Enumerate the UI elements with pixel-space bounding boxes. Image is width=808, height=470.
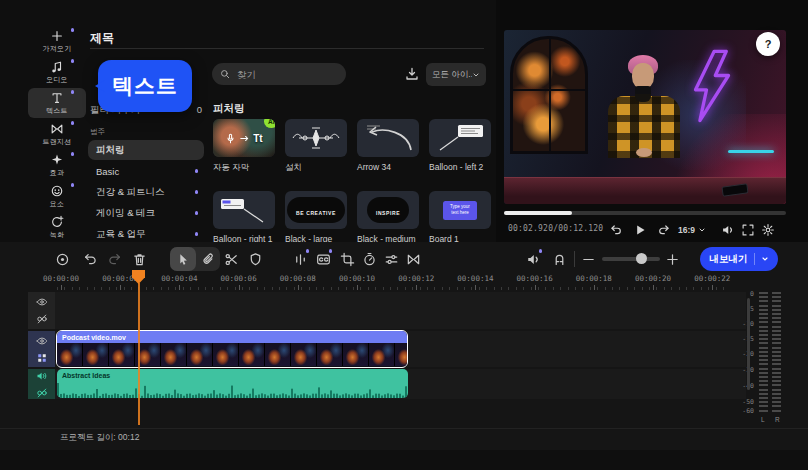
sidebar-item-label: 녹화	[50, 230, 64, 240]
undo-icon[interactable]	[80, 249, 100, 269]
search-bar[interactable]	[212, 63, 346, 85]
presenter-hands	[636, 148, 652, 157]
transition-icon[interactable]	[403, 249, 423, 269]
eye-icon[interactable]	[36, 335, 48, 347]
sidebar-item-effects[interactable]: 효과	[28, 150, 86, 180]
effects-grid-icon[interactable]	[36, 352, 48, 364]
sidebar-item-label: 오디오	[46, 75, 68, 85]
template-card[interactable]: Balloon - left 2	[429, 119, 491, 174]
zoom-slider-thumb[interactable]	[636, 253, 647, 264]
elements-icon	[50, 184, 64, 198]
template-label: Balloon - left 2	[429, 162, 491, 172]
shield-icon[interactable]	[245, 249, 265, 269]
download-icon[interactable]	[404, 66, 420, 82]
vu-meter-right	[772, 292, 781, 414]
record-icon	[50, 215, 64, 229]
category-item[interactable]: 게이밍 & 테크	[88, 203, 204, 223]
category-item[interactable]: 건강 & 피트니스	[88, 182, 204, 202]
timeline-ruler[interactable]: 00:00:0000:00:0200:00:0400:00:0600:00:08…	[0, 272, 760, 292]
category-item[interactable]: Basic	[88, 161, 204, 181]
unlink-icon[interactable]	[36, 387, 48, 399]
new-indicator-dot	[195, 232, 199, 236]
zoom-slider[interactable]	[602, 257, 660, 261]
template-card[interactable]: Type your text hereBoard 1	[429, 191, 491, 244]
transition-icon	[50, 122, 64, 136]
filmstrip-frame	[265, 343, 291, 366]
pointer-tool-icon[interactable]	[173, 249, 193, 269]
aspect-ratio-button[interactable]: 16:9	[678, 222, 706, 238]
captions-icon[interactable]	[313, 249, 333, 269]
export-label: 내보내기	[710, 253, 748, 266]
template-card[interactable]: TtAI자동 자막	[213, 119, 275, 174]
template-label: Arrow 34	[357, 162, 419, 172]
eye-icon[interactable]	[36, 296, 48, 308]
marker-icon[interactable]	[52, 249, 72, 269]
track-lane[interactable]	[28, 292, 746, 329]
mute-speaker-icon[interactable]	[523, 249, 543, 269]
text-pill: BE CREATIVE	[287, 197, 345, 223]
ruler-timestamp: 00:00:00	[36, 274, 86, 283]
sidebar-item-text[interactable]: 텍스트	[28, 88, 86, 118]
settings-gear-icon[interactable]	[760, 222, 776, 238]
delete-icon[interactable]	[129, 249, 149, 269]
meter-db-label: -15	[732, 335, 754, 343]
template-thumbnail[interactable]	[429, 119, 491, 157]
redo-icon[interactable]	[104, 249, 124, 269]
new-indicator-dot	[71, 90, 75, 94]
speed-icon[interactable]	[359, 249, 379, 269]
text-pill: INSPIRE	[367, 197, 409, 223]
audio-clip[interactable]: Abstract Ideas	[57, 369, 408, 398]
seek-bar[interactable]	[504, 211, 786, 215]
filmstrip-frame	[57, 343, 83, 366]
template-thumbnail[interactable]: INSPIRE	[357, 191, 419, 229]
unlink-icon[interactable]	[36, 313, 48, 325]
music-icon	[50, 60, 64, 74]
split-scissors-icon[interactable]	[221, 249, 241, 269]
template-card[interactable]: 설치	[285, 119, 347, 174]
play-icon[interactable]	[632, 222, 648, 238]
snap-magnet-icon[interactable]	[549, 249, 569, 269]
template-thumbnail[interactable]: TtAI	[213, 119, 275, 157]
template-card[interactable]: INSPIREBlack - medium	[357, 191, 419, 244]
audio-clip-name: Abstract Ideas	[57, 369, 408, 379]
sidebar-item-elements[interactable]: 요소	[28, 181, 86, 211]
template-thumbnail[interactable]	[285, 119, 347, 157]
template-card[interactable]: Balloon - right 1	[213, 191, 275, 244]
category-item[interactable]: 교육 & 업무	[88, 224, 204, 244]
export-button[interactable]: 내보내기	[700, 247, 778, 271]
audio-levels-icon[interactable]	[290, 249, 310, 269]
attach-tool-icon[interactable]	[198, 249, 218, 269]
search-input[interactable]	[235, 68, 339, 81]
template-thumbnail[interactable]: BE CREATIVE	[285, 191, 347, 229]
adjust-sliders-icon[interactable]	[381, 249, 401, 269]
template-thumbnail[interactable]: Type your text here	[429, 191, 491, 229]
template-thumbnail[interactable]	[357, 119, 419, 157]
crop-icon[interactable]	[337, 249, 357, 269]
audio-speaker-icon[interactable]	[36, 370, 48, 382]
skip-back-icon[interactable]	[608, 222, 624, 238]
skip-forward-icon[interactable]	[656, 222, 672, 238]
divider	[0, 428, 808, 429]
sidebar-item-record[interactable]: 녹화	[28, 212, 86, 242]
filter-dropdown[interactable]: 모든 아이...	[426, 63, 486, 86]
timeline-panel: 내보내기 00:00:0000:00:0200:00:0400:00:0600:…	[0, 242, 808, 450]
sidebar-item-import[interactable]: 가져오기	[28, 26, 86, 56]
template-card[interactable]: BE CREATIVEBlack - large	[285, 191, 347, 244]
zoom-out-icon[interactable]	[578, 249, 598, 269]
category-caption: 범주	[90, 127, 105, 137]
sidebar-item-audio[interactable]: 오디오	[28, 57, 86, 87]
ruler-major-ticks	[57, 285, 725, 290]
template-thumbnail[interactable]	[213, 191, 275, 229]
help-button[interactable]: ?	[756, 32, 780, 56]
template-card[interactable]: Arrow 34	[357, 119, 419, 174]
video-clip[interactable]: Podcast video.mov	[56, 330, 408, 368]
zoom-in-icon[interactable]	[662, 249, 682, 269]
sidebar-item-transition[interactable]: 트랜지션	[28, 119, 86, 149]
fullscreen-icon[interactable]	[740, 222, 756, 238]
volume-icon[interactable]	[720, 222, 736, 238]
category-item[interactable]: 피처링	[88, 140, 204, 160]
text-icon	[50, 91, 64, 105]
scrollbar[interactable]	[747, 298, 750, 390]
ruler-timestamp: 00:00:20	[628, 274, 678, 283]
meter-db-label: -60	[732, 407, 754, 415]
